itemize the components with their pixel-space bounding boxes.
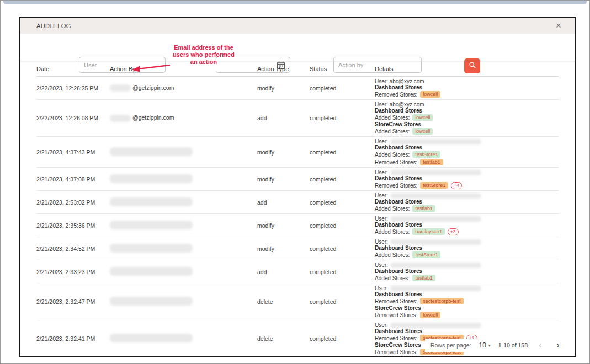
redacted-name [110, 174, 193, 183]
overflow-count-chip[interactable]: +3 [448, 228, 459, 235]
column-header-status: Status [310, 66, 375, 72]
details-line: Added Stores:lowcell [375, 114, 559, 121]
details-line: User: [375, 285, 559, 291]
row-action-by [110, 267, 257, 277]
row-date: 2/21/2023, 2:32:47 PM [36, 298, 110, 305]
table-row: 2/21/2023, 2:53:02 PMaddcompletedUser:Da… [36, 191, 559, 214]
pagination-range: 1-10 of 158 [498, 342, 528, 349]
table-row: 2/22/2023, 12:26:25 PM@getzippin.commodi… [36, 77, 559, 100]
details-line: Added Stores:barclaysctr1+3 [375, 228, 559, 235]
row-details: User: abc@xyz.comDashboard StoresAdded S… [375, 100, 559, 136]
row-details: User:Dashboard StoresAdded Stores:testla… [375, 260, 559, 283]
row-date: 2/21/2023, 4:37:43 PM [36, 149, 110, 156]
row-details: User:Dashboard StoresAdded Stores:testSt… [375, 237, 559, 260]
table-row: 2/21/2023, 2:35:36 PMmodifycompletedUser… [36, 214, 559, 237]
row-status: completed [310, 335, 375, 342]
redacted-user-email [390, 216, 481, 222]
close-icon[interactable]: ✕ [554, 22, 563, 30]
added-store-chip: testStore1 [412, 151, 440, 158]
audit-table: Date Action By Action Type Status Detail… [36, 61, 559, 357]
removed-store-chip: lowcell [420, 91, 440, 98]
chevron-left-icon[interactable]: ‹ [535, 340, 545, 350]
details-line: Removed Stores:testlab1 [375, 158, 559, 166]
details-section-title: Dashboard Stores [375, 222, 559, 228]
details-line: Added Stores:lowcell [375, 127, 559, 135]
modal-title: AUDIT LOG [36, 23, 71, 29]
removed-store-chip: testlab1 [420, 159, 443, 165]
redacted-name [110, 267, 193, 276]
details-line: User: abc@xyz.com [375, 78, 559, 84]
removed-store-chip: testStore1 [420, 182, 448, 189]
row-details: User: abc@xyz.comDashboard StoresRemoved… [375, 77, 559, 99]
details-section-title: Dashboard Stores [375, 175, 559, 181]
audit-log-modal: AUDIT LOG ✕ [19, 17, 576, 357]
chevron-right-icon[interactable]: › [553, 340, 563, 350]
row-details: User:Dashboard StoresRemoved Stores:sect… [375, 283, 559, 320]
annotation-note: Email address of the users who performed… [173, 44, 235, 66]
row-action-type: modify [257, 149, 310, 156]
details-section-title: Dashboard Stores [375, 268, 559, 274]
row-status: completed [310, 245, 375, 252]
screenshot-root: { "modal": { "title": "AUDIT LOG", "clos… [0, 0, 590, 364]
row-status: completed [310, 298, 375, 305]
redacted-user-email [390, 170, 481, 175]
row-details: User:Dashboard StoresRemoved Stores:test… [375, 168, 559, 190]
details-section-title: Dashboard Stores [375, 291, 559, 297]
redacted-name [110, 334, 193, 342]
row-action-by [110, 297, 257, 307]
table-row: 2/21/2023, 4:37:43 PMmodifycompletedUser… [36, 137, 559, 168]
row-action-type: delete [257, 335, 310, 342]
removed-store-chip: sectestcorpb-test [420, 298, 464, 304]
row-status: completed [310, 115, 375, 121]
redacted-name [110, 197, 193, 206]
added-store-chip: testlab1 [412, 275, 435, 281]
details-line: Removed Stores:lowcell [375, 311, 559, 319]
details-section-title: StoreCrew Stores [375, 305, 559, 311]
row-status: completed [310, 85, 375, 92]
redacted-user-email [390, 263, 481, 268]
column-header-action-type: Action Type [257, 66, 310, 72]
row-action-type: modify [257, 222, 310, 229]
row-action-by: @getzippin.com [110, 114, 257, 122]
chevron-down-icon: ▾ [488, 343, 491, 348]
row-action-by [110, 174, 257, 184]
modal-header: AUDIT LOG ✕ [20, 18, 575, 34]
row-action-by [110, 147, 257, 157]
redacted-name [110, 115, 131, 122]
details-line: User: [375, 169, 559, 175]
row-action-by [110, 334, 257, 344]
details-section-title: Dashboard Stores [375, 328, 559, 334]
added-store-chip: testStore1 [412, 251, 440, 258]
table-row: 2/21/2023, 4:37:08 PMmodifycompletedUser… [36, 168, 559, 191]
rows-per-page-select[interactable]: 10 ▾ [479, 341, 490, 349]
row-status: completed [310, 149, 375, 156]
row-action-type: add [257, 115, 310, 121]
overflow-count-chip[interactable]: +4 [451, 182, 462, 189]
redacted-user-email [390, 139, 481, 144]
row-action-type: modify [257, 245, 310, 252]
added-store-chip: lowcell [412, 128, 433, 135]
row-date: 2/21/2023, 4:37:08 PM [36, 176, 110, 183]
details-section-title: StoreCrew Stores [375, 121, 559, 127]
table-row: 2/21/2023, 2:32:47 PMdeletecompletedUser… [36, 283, 559, 320]
details-line: Removed Stores:sectestcorpb-test [375, 297, 559, 305]
rows-per-page-label: Rows per page: [430, 342, 471, 349]
row-action-type: modify [257, 176, 310, 183]
pagination: Rows per page: 10 ▾ 1-10 of 158 ‹ › [425, 339, 563, 352]
row-action-by [110, 221, 257, 231]
row-date: 2/21/2023, 2:34:52 PM [36, 245, 110, 252]
redacted-name [110, 84, 131, 92]
row-date: 2/22/2023, 12:26:25 PM [36, 85, 110, 92]
table-row: 2/21/2023, 2:34:52 PMmodifycompletedUser… [36, 237, 559, 260]
redacted-user-email [390, 323, 481, 328]
rows-per-page-value: 10 [479, 341, 486, 349]
row-date: 2/21/2023, 2:33:23 PM [36, 269, 110, 275]
row-status: completed [310, 176, 375, 183]
details-section-title: Dashboard Stores [375, 144, 559, 151]
row-action-type: delete [257, 298, 310, 305]
table-row: 2/21/2023, 2:33:23 PMaddcompletedUser:Da… [36, 260, 559, 283]
details-line: User: [375, 239, 559, 245]
details-line: User: [375, 138, 559, 144]
table-body: 2/22/2023, 12:26:25 PM@getzippin.commodi… [36, 77, 559, 357]
row-status: completed [310, 199, 375, 206]
